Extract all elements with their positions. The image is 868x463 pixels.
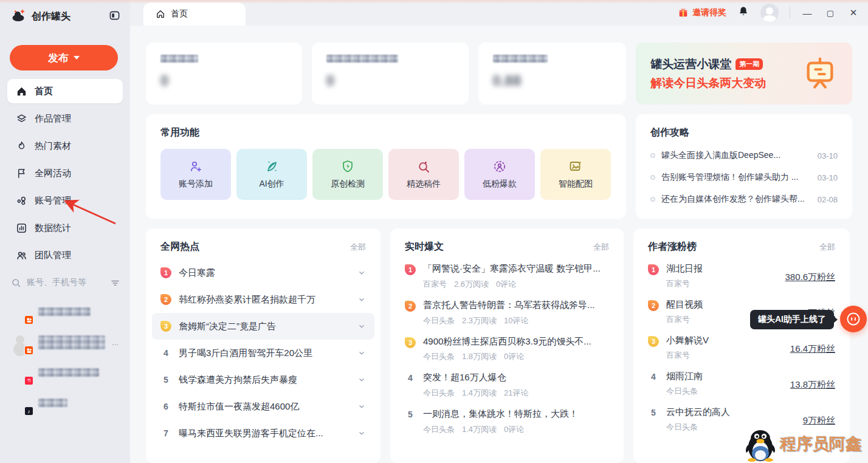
account-item[interactable]: 书 [9,357,122,388]
user-avatar[interactable] [760,4,779,22]
tile-low-fans-hits[interactable]: 低粉爆款 [464,149,535,200]
stat-card[interactable]: 0 [312,43,469,105]
section-title: 实时爆文 [405,241,444,253]
tile-originality-check[interactable]: 原创检测 [312,149,383,200]
article-source: 今日头条 [423,424,455,435]
hot-topics-card: 全网热点 全部 1 今日寒露 2 韩红称孙燕姿累计匿名捐款超千万 [146,228,381,463]
douyin-badge-icon: ♪ [24,406,34,416]
all-link[interactable]: 全部 [593,242,609,253]
chevron-down-icon[interactable] [357,322,366,331]
hot-topic-item[interactable]: 1 今日寒露 [152,259,374,286]
stat-value: 0 [160,72,288,89]
close-button[interactable]: ✕ [847,7,859,18]
sidebar-item-activities[interactable]: 全网活动 [7,161,123,185]
sidebar-item-statistics[interactable]: 数据统计 [7,216,123,240]
guide-item[interactable]: 告别账号管理烦恼！创作罐头助力 ... 03-10 [650,172,838,183]
stat-card[interactable]: 0.88 [478,43,627,105]
rank-number: 4 [648,372,659,397]
pen-icon [264,159,279,174]
account-item[interactable]: ... [9,327,122,357]
shield-bolt-icon [340,159,355,174]
ai-assistant-tooltip: 罐头AI助手上线了 [750,310,834,329]
gift-icon [678,7,689,18]
course-banner[interactable]: 罐头运营小课堂 第一期 解读今日头条两大变动 [636,43,852,105]
stat-card[interactable]: 0 [146,43,302,105]
hot-article-item[interactable]: 4 突发！超16万人爆仓 今日头条1.4万阅读21评论 [405,372,609,399]
account-item[interactable]: ♪ [9,388,122,418]
hot-article-item[interactable]: 5 一则消息，集体跳水！特斯拉，大跌！ 今日头条1.4万阅读0评论 [405,408,609,435]
fans-count: 9万粉丝 [803,415,835,433]
ai-assistant-button[interactable] [840,306,867,332]
rank-number: 4 [160,348,171,358]
hot-topic-item[interactable]: 4 男子喝3斤白酒用智驾开车20公里 [152,340,374,366]
tab-home[interactable]: 首页 [143,2,246,26]
sidebar-collapse-icon[interactable] [109,10,120,24]
article-reads: 1.4万阅读 [462,424,497,435]
all-link[interactable]: 全部 [819,242,835,253]
fans-ranking-item[interactable]: 4 烟雨江南 今日头条 13.8万粉丝 [648,371,835,397]
tile-smart-images[interactable]: 智能配图 [540,149,611,200]
fans-ranking-item[interactable]: 1 湖北日报 百家号 380.6万粉丝 [648,263,835,289]
sidebar-item-accounts[interactable]: 账号管理 [7,188,123,213]
sidebar-menu: 首页 作品管理 热门素材 全网活动 账号管理 数据统计 [0,79,130,267]
chevron-down-icon[interactable] [357,376,366,384]
name-ellipsis: ... [112,338,119,347]
hot-topic-item[interactable]: 2 韩红称孙燕姿累计匿名捐款超千万 [152,286,374,313]
tile-featured-drafts[interactable]: 精选稿件 [388,149,459,200]
hot-topic-item[interactable]: 6 特斯拉市值一夜蒸发超4600亿 [152,393,374,420]
sidebar-item-team[interactable]: 团队管理 [7,243,123,267]
home-icon [16,86,27,97]
hot-article-item[interactable]: 1 「网警说·安全」寒露添衣守温暖 数字铠甲... 百家号2.6万阅读0评论 [405,263,609,290]
fans-ranking-item[interactable]: 3 小舞解说V 百家号 16.4万粉丝 [648,335,835,361]
article-source: 今日头条 [423,351,455,362]
hot-topic-item[interactable]: 5 钱学森遭美方拘禁后失声暴瘦 [152,366,374,393]
sidebar-item-home[interactable]: 首页 [7,79,123,103]
fans-ranking-card: 作者涨粉榜 全部 1 湖北日报 百家号 380.6万粉丝 2 [633,228,850,463]
notification-bell-icon[interactable] [737,5,749,20]
tile-ai-create[interactable]: AI创作 [236,149,307,200]
dashboard: 0 0 0.88 罐头运营小课堂 第一期 解读今日头条两大变动 [130,26,868,463]
rank-number: 7 [160,428,171,438]
article-comments: 10评论 [504,315,528,326]
redacted-account-name [38,399,67,407]
bullet-ring-icon [650,197,655,202]
bullet-ring-icon [650,175,655,180]
filter-icon[interactable] [110,278,120,288]
hot-article-item[interactable]: 2 普京托人警告特朗普：乌军若获得战斧导... 今日头条2.3万阅读10评论 [405,300,609,326]
section-title: 全网热点 [160,241,199,253]
chevron-down-icon[interactable] [357,269,366,277]
hot-topic-item-highlighted[interactable]: 3 詹姆斯“决定二”竟是广告 [152,313,374,340]
sidebar-item-hot-material[interactable]: 热门素材 [7,134,123,158]
guides-card: 创作攻略 罐头全面接入满血版DeepSee... 03-10 告别账号管理烦恼！… [636,114,852,219]
rank-badge: 3 [160,321,171,332]
fans-ranking-item[interactable]: 5 云中抚云的高人 今日头条 9万粉丝 [648,406,835,433]
chevron-down-icon[interactable] [357,402,366,411]
article-reads: 1.4万阅读 [462,388,497,399]
kuaishou-badge-icon [24,345,34,355]
guide-item[interactable]: 还在为自媒体创作发愁？创作罐头帮... 02-08 [650,194,838,205]
hot-article-item[interactable]: 3 4900粉丝博主探店西贝称3.9元的馒头不... 今日头条1.8万阅读0评论 [405,336,609,363]
article-source: 今日头条 [423,315,455,326]
account-search[interactable]: 账号、手机号等 [11,277,120,288]
chevron-down-icon[interactable] [357,295,366,304]
chevron-down-icon[interactable] [357,349,366,357]
tile-add-account[interactable]: 账号添加 [160,149,231,200]
sidebar-item-works[interactable]: 作品管理 [7,106,123,131]
badge-person-icon [492,159,507,174]
rank-number: 5 [648,408,659,433]
all-link[interactable]: 全部 [350,242,366,253]
home-icon [156,9,165,19]
account-item[interactable] [9,297,122,327]
guide-item[interactable]: 罐头全面接入满血版DeepSee... 03-10 [650,150,838,161]
hot-topic-item[interactable]: 7 曝马来西亚失联男游客手机定位在... [152,420,374,447]
publish-button[interactable]: 发布 [10,45,118,70]
minimize-button[interactable]: — [801,8,813,18]
maximize-button[interactable]: ▢ [824,9,836,18]
section-title: 作者涨粉榜 [648,241,697,253]
article-comments: 0评论 [504,424,524,435]
invite-reward-button[interactable]: 邀请得奖 [678,7,726,18]
app-logo-icon [11,7,27,26]
redacted-account-name [38,335,105,349]
chevron-down-icon[interactable] [357,429,366,437]
quick-functions-card: 常用功能 账号添加 AI创作 原创检测 [146,114,626,219]
